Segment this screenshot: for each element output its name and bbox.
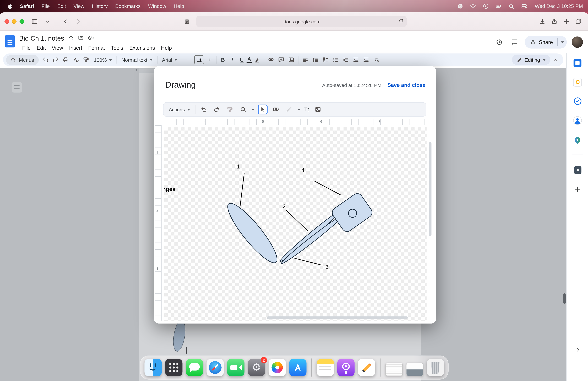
underline-button[interactable]: U (237, 57, 246, 63)
new-tab-button[interactable] (561, 16, 572, 27)
podcasts-icon[interactable] (337, 359, 355, 376)
redo-button[interactable] (51, 55, 60, 65)
get-addons-button[interactable] (572, 184, 582, 194)
open-comments-button[interactable] (509, 37, 520, 47)
paint-format-button[interactable] (81, 55, 91, 65)
insert-image-button[interactable] (286, 55, 296, 65)
messages-icon[interactable] (186, 359, 203, 376)
insert-image-tool-button[interactable] (313, 105, 323, 114)
callout-line-2[interactable] (286, 210, 308, 231)
window-preview-2[interactable] (406, 363, 423, 376)
canvas-horizontal-scrollbar[interactable] (267, 316, 408, 319)
print-button[interactable] (61, 55, 70, 65)
collapse-toolbar-button[interactable] (550, 55, 560, 65)
numbered-list-button[interactable] (341, 55, 351, 65)
callout-label-1[interactable]: 1 (237, 163, 240, 170)
photos-icon[interactable] (268, 359, 286, 376)
line-spacing-button[interactable] (311, 55, 320, 65)
menu-item-view[interactable]: View (70, 3, 88, 9)
docs-menu-file[interactable]: File (19, 45, 34, 51)
undo-button[interactable] (41, 55, 50, 65)
zoom-select[interactable]: 100% (91, 57, 115, 63)
decrease-indent-button[interactable] (351, 55, 361, 65)
tab-overview-button[interactable] (573, 16, 584, 27)
cloud-save-status-button[interactable] (87, 34, 94, 42)
clear-formatting-button[interactable] (371, 55, 381, 65)
bulleted-list-button[interactable] (331, 55, 341, 65)
bold-button[interactable]: B (218, 57, 227, 63)
editing-mode-select[interactable]: Editing (512, 55, 550, 65)
contacts-icon[interactable] (572, 115, 582, 125)
docs-menu-edit[interactable]: Edit (34, 45, 49, 51)
settings-icon[interactable]: ⚙2 (248, 359, 265, 376)
actions-menu-button[interactable]: Actions (167, 107, 191, 112)
addon-icon[interactable] (572, 165, 582, 175)
text-color-button[interactable]: A (247, 56, 252, 63)
menu-item-help[interactable]: Help (170, 3, 188, 9)
finder-icon[interactable] (144, 359, 162, 376)
launchpad-icon[interactable] (165, 359, 182, 376)
minimize-window-button[interactable] (12, 19, 17, 23)
drawing-undo-button[interactable] (199, 105, 209, 114)
zoom-window-button[interactable] (20, 19, 24, 23)
chevron-down-icon[interactable] (251, 109, 254, 111)
docs-menu-tools[interactable]: Tools (108, 45, 126, 51)
reload-button[interactable] (398, 18, 403, 25)
facetime-icon[interactable] (227, 359, 244, 376)
docs-menu-help[interactable]: Help (158, 45, 175, 51)
spelling-check-button[interactable] (71, 55, 81, 65)
drawing-redo-button[interactable] (212, 105, 222, 114)
shape-tool-button[interactable] (271, 105, 281, 114)
tasks-icon[interactable] (572, 96, 582, 106)
menus-search-button[interactable]: Menus (6, 55, 39, 65)
decrease-font-size-button[interactable]: − (184, 57, 193, 63)
align-button[interactable] (300, 55, 310, 65)
doc-title[interactable]: Bio Ch 1. notes (19, 34, 64, 42)
move-to-folder-button[interactable] (78, 35, 84, 42)
docs-menu-insert[interactable]: Insert (66, 45, 85, 51)
styles-select[interactable]: Normal text (119, 57, 155, 63)
window-preview-1[interactable] (385, 363, 403, 376)
select-tool-button[interactable] (258, 105, 268, 114)
address-bar[interactable]: docs.google.com (196, 16, 406, 27)
callout-line-1[interactable] (240, 173, 244, 206)
battery-icon[interactable] (495, 2, 503, 10)
tab-group-chevron-button[interactable] (42, 16, 53, 27)
shape-ellipse[interactable] (222, 198, 283, 268)
document-outline-button[interactable] (12, 82, 22, 92)
callout-label-3[interactable]: 3 (325, 264, 329, 270)
safari-icon[interactable] (206, 359, 224, 376)
forward-button[interactable] (73, 16, 84, 27)
status-logo-icon[interactable] (456, 2, 464, 10)
sidebar-toggle-button[interactable] (29, 16, 40, 27)
callout-label-2[interactable]: 2 (282, 203, 286, 210)
save-and-close-button[interactable]: Save and close (387, 82, 425, 88)
line-tool-button[interactable] (284, 105, 294, 114)
docs-menu-format[interactable]: Format (85, 45, 108, 51)
menu-item-file[interactable]: File (38, 3, 53, 9)
shape-blade-1[interactable] (278, 210, 341, 264)
notes-icon[interactable] (316, 359, 334, 376)
docs-menu-view[interactable]: View (49, 45, 66, 51)
add-comment-button[interactable] (276, 55, 286, 65)
share-dropdown-icon[interactable] (561, 41, 564, 43)
document-scrollbar[interactable] (563, 293, 566, 304)
app-store-icon[interactable] (289, 359, 306, 376)
italic-button[interactable]: I (228, 57, 237, 63)
drawing-zoom-button[interactable] (238, 105, 248, 114)
downloads-button[interactable] (537, 16, 547, 27)
increase-indent-button[interactable] (361, 55, 371, 65)
checklist-button[interactable] (321, 55, 331, 65)
page-format-button[interactable] (182, 16, 192, 27)
keep-icon[interactable] (572, 77, 582, 87)
close-window-button[interactable] (4, 19, 9, 23)
menu-clock[interactable]: Wed Dec 3 10:25 PM (531, 3, 585, 9)
account-avatar[interactable] (572, 37, 583, 48)
insert-link-button[interactable] (266, 55, 276, 65)
share-document-button[interactable]: Share (525, 36, 567, 48)
apple-menu-icon[interactable] (6, 2, 14, 10)
callout-line-4[interactable] (314, 181, 340, 195)
control-center-icon[interactable] (520, 2, 528, 10)
text-box-tool-button[interactable]: Tt (304, 107, 310, 112)
trash-icon[interactable] (427, 359, 444, 376)
